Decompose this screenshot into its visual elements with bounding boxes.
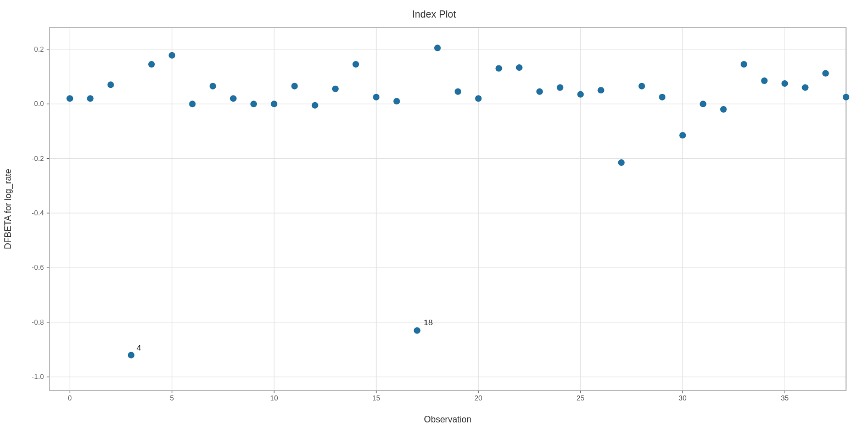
data-point	[700, 101, 707, 107]
data-point	[332, 86, 339, 92]
x-tick-label: 15	[372, 394, 380, 402]
point-label: 4	[137, 343, 141, 352]
data-point	[87, 95, 93, 102]
data-point	[210, 83, 216, 90]
data-point	[108, 81, 114, 88]
data-point	[393, 98, 400, 104]
y-tick-label: -0.8	[32, 318, 44, 326]
data-point	[271, 101, 277, 107]
y-tick-label: -0.4	[32, 209, 44, 217]
y-tick-label: 0.0	[34, 99, 44, 108]
data-point	[291, 83, 298, 90]
x-tick-label: 5	[170, 394, 174, 402]
data-point	[577, 91, 584, 98]
y-tick-label: -0.6	[32, 263, 44, 271]
chart-container: Index Plot-1.0-0.8-0.6-0.4-0.20.00.20510…	[0, 0, 868, 429]
data-point	[455, 88, 461, 95]
x-tick-label: 20	[474, 394, 482, 402]
data-point	[128, 352, 135, 358]
data-point	[741, 61, 747, 68]
y-axis-label: DFBETA for log_rate	[3, 169, 13, 249]
data-point	[66, 95, 73, 102]
x-tick-label: 30	[679, 394, 686, 402]
point-label: 18	[424, 317, 433, 327]
data-point	[312, 102, 318, 109]
data-point	[761, 77, 768, 84]
x-tick-label: 25	[576, 394, 584, 402]
data-point	[679, 132, 686, 138]
data-point	[250, 101, 257, 107]
x-axis-label: Observation	[424, 415, 471, 424]
x-tick-label: 35	[781, 394, 788, 402]
data-point	[189, 101, 195, 107]
scatter-plot: Index Plot-1.0-0.8-0.6-0.4-0.20.00.20510…	[0, 0, 868, 429]
data-point	[475, 95, 481, 102]
chart-title: Index Plot	[412, 9, 456, 20]
x-tick-label: 10	[270, 394, 278, 402]
data-point	[414, 327, 421, 334]
data-point	[373, 94, 379, 101]
data-point	[230, 95, 237, 102]
data-point	[781, 80, 788, 87]
data-point	[822, 70, 829, 76]
data-point	[843, 94, 849, 101]
y-tick-label: -1.0	[32, 372, 44, 381]
data-point	[536, 88, 543, 95]
data-point	[720, 106, 727, 113]
data-point	[802, 84, 809, 91]
data-point	[434, 44, 441, 51]
y-tick-label: -0.2	[32, 154, 44, 163]
y-tick-label: 0.2	[34, 45, 44, 53]
data-point	[352, 61, 359, 68]
data-point	[148, 61, 155, 68]
x-tick-label: 0	[68, 394, 72, 402]
data-point	[169, 52, 175, 59]
data-point	[598, 87, 604, 93]
data-point	[516, 64, 523, 71]
data-point	[618, 159, 625, 166]
data-point	[639, 83, 645, 90]
data-point	[557, 84, 563, 91]
data-point	[659, 94, 665, 101]
svg-rect-1	[49, 27, 846, 391]
data-point	[496, 65, 502, 72]
